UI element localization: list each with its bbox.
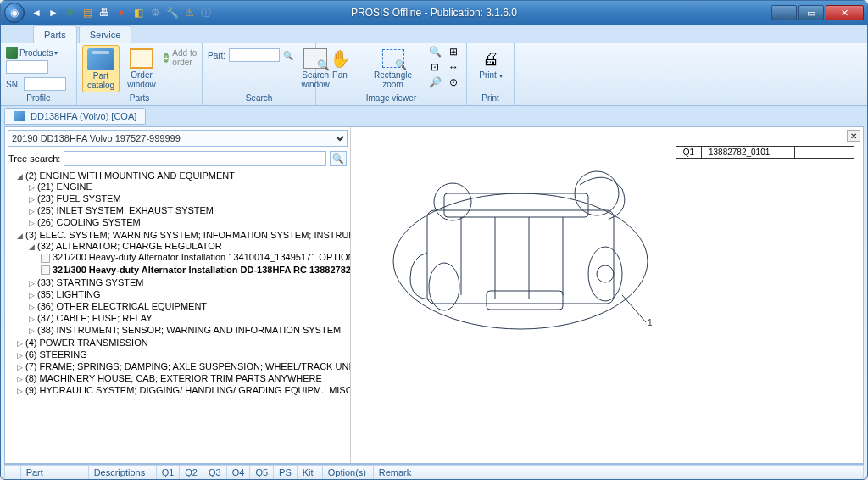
tree-node[interactable]: (37) CABLE; FUSE; RELAY [37, 313, 153, 323]
tab-parts[interactable]: Parts [33, 25, 77, 43]
zoom-fit-button[interactable]: ⊡ [427, 60, 442, 74]
tree-node[interactable]: (32) ALTERNATOR; CHARGE REGULATOR [37, 241, 222, 251]
tree-node[interactable]: (2) ENGINE WITH MOUNTING AND EQUIPMENT [25, 170, 235, 181]
part-search-input[interactable] [229, 48, 280, 62]
tree-toggle[interactable]: ▷ [29, 327, 37, 335]
maximize-button[interactable]: ▭ [798, 5, 824, 20]
tree-toggle[interactable]: ▷ [17, 363, 25, 371]
tree-node[interactable]: (21) ENGINE [37, 181, 92, 192]
tree-toggle[interactable]: ▷ [29, 219, 37, 227]
tree-toggle[interactable]: ◢ [29, 243, 37, 251]
tree-search-input[interactable] [64, 151, 326, 166]
col-q4[interactable]: Q4 [226, 466, 250, 480]
svg-rect-4 [444, 193, 588, 217]
tree-node[interactable]: (7) FRAME; SPRINGS; DAMPING; AXLE SUSPEN… [25, 361, 350, 371]
qat-copy-icon[interactable]: ▤ [81, 6, 94, 20]
qat-forward-icon[interactable]: ► [47, 6, 60, 20]
tree-toggle[interactable]: ▷ [29, 183, 37, 192]
minimize-button[interactable]: — [771, 5, 797, 20]
add-to-order-button[interactable]: + Add to order [164, 48, 197, 67]
qat-save-icon[interactable]: ▾ [114, 6, 128, 20]
col-desc[interactable]: Descriptions [88, 466, 156, 480]
tree-node[interactable]: (3) ELEC. SYSTEM; WARNING SYSTEM; INFORM… [25, 230, 350, 240]
binoculars-icon[interactable]: 🔍 [283, 51, 293, 60]
svg-text:1: 1 [648, 318, 653, 327]
parts-tree[interactable]: ◢(2) ENGINE WITH MOUNTING AND EQUIPMENT … [5, 168, 350, 463]
model-selector[interactable]: 20190 DD138HFA Volvo 197527-999999 [8, 130, 348, 147]
part-catalog-button[interactable]: Part catalog [82, 45, 120, 92]
tree-node[interactable]: (9) HYDRAULIC SYSTEM; DIGGING/ HANDLING/… [25, 385, 350, 395]
parts-grid[interactable]: Part Descriptions Q1 Q2 Q3 Q4 Q5 PS Kit … [4, 465, 864, 480]
tree-node[interactable]: (25) INLET SYSTEM; EXHAUST SYSTEM [37, 205, 214, 215]
part-diagram[interactable]: 1 [368, 142, 673, 346]
col-q3[interactable]: Q3 [203, 466, 227, 480]
products-dropdown[interactable]: Products ▾ [6, 47, 58, 59]
qat-settings-icon[interactable]: ⚙ [148, 6, 162, 20]
qat-back-icon[interactable]: ◄ [30, 6, 43, 20]
profile-input-1[interactable] [6, 60, 48, 74]
tree-toggle[interactable]: ▷ [29, 207, 37, 215]
qat-warning-icon[interactable]: ⚠ [182, 6, 196, 20]
app-menu-button[interactable]: ◉ [4, 3, 25, 23]
tree-toggle[interactable]: ▷ [29, 315, 37, 323]
zoom-out-button[interactable]: 🔎 [427, 75, 442, 89]
tree-node[interactable]: (33) STARTING SYSTEM [37, 277, 144, 287]
viewer-close-button[interactable]: ✕ [847, 130, 860, 142]
close-button[interactable]: ✕ [826, 5, 864, 20]
zoom-reset-button[interactable]: ⊙ [446, 75, 461, 89]
qat-refresh-icon[interactable]: ⟳ [64, 6, 77, 20]
tree-leaf-selected[interactable]: 321/300 Heavy-duty Alternator Installati… [53, 265, 350, 275]
tree-node[interactable]: (6) STEERING [25, 349, 87, 360]
tree-toggle[interactable]: ◢ [17, 232, 25, 240]
document-tab-icon [14, 111, 25, 121]
zoom-width-button[interactable]: ↔ [446, 60, 461, 74]
ribbon: Products ▾ SN: Profile Part catalog Orde… [1, 43, 867, 106]
document-tab[interactable]: DD138HFA (Volvo) [COA] [4, 108, 146, 125]
qat-info-icon[interactable]: ⓘ [199, 6, 213, 20]
tree-toggle[interactable]: ▷ [17, 351, 25, 360]
tree-node[interactable]: (35) LIGHTING [37, 289, 101, 299]
rectangle-zoom-button[interactable]: Rectangle zoom [362, 45, 424, 91]
col-ps[interactable]: PS [274, 466, 298, 480]
tree-node[interactable]: (4) POWER TRANSMISSION [25, 338, 148, 348]
callout-col2: 13882782_0101 [702, 147, 795, 159]
tree-toggle[interactable]: ▷ [29, 291, 37, 299]
tree-node[interactable]: (8) MACHINERY HOUSE; CAB; EXTERIOR TRIM … [25, 373, 322, 383]
quick-access-toolbar: ◄ ► ⟳ ▤ 🖶 ▾ ◧ ⚙ 🔧 ⚠ ⓘ [30, 6, 213, 20]
tree-search-button[interactable]: 🔍 [330, 151, 347, 166]
svg-point-2 [434, 183, 471, 220]
col-kit[interactable]: Kit [297, 466, 322, 480]
col-part[interactable]: Part [20, 466, 88, 480]
tree-toggle[interactable]: ▷ [29, 195, 37, 204]
tree-node[interactable]: (38) INSTRUMENT; SENSOR; WARNING AND INF… [37, 325, 341, 335]
qat-print-icon[interactable]: 🖶 [97, 6, 111, 20]
qat-wrench-icon[interactable]: 🔧 [165, 6, 179, 20]
col-remark[interactable]: Remark [373, 466, 863, 480]
col-opt[interactable]: Option(s) [322, 466, 373, 480]
tree-node[interactable]: (23) FUEL SYSTEM [37, 193, 121, 204]
window-controls: — ▭ ✕ [771, 5, 864, 20]
zoom-actual-button[interactable]: ⊞ [446, 45, 461, 59]
qat-box-icon[interactable]: ◧ [131, 6, 145, 20]
col-q2[interactable]: Q2 [180, 466, 203, 480]
tab-service[interactable]: Service [79, 25, 132, 43]
tree-node[interactable]: (26) COOLING SYSTEM [37, 217, 141, 227]
ribbon-group-image: Pan Rectangle zoom 🔍 ⊡ 🔎 ⊞ ↔ ⊙ Image vie… [316, 43, 467, 105]
col-q1[interactable]: Q1 [156, 466, 180, 480]
col-rownum[interactable] [5, 466, 21, 480]
tree-toggle[interactable]: ▷ [29, 303, 37, 311]
tree-toggle[interactable]: ◢ [17, 172, 25, 181]
sn-input[interactable] [24, 77, 66, 91]
callout-table: Q1 13882782_0101 [676, 146, 854, 159]
tree-node[interactable]: (36) OTHER ELECTRICAL EQUIPMENT [37, 301, 207, 311]
svg-line-14 [622, 295, 646, 322]
tree-toggle[interactable]: ▷ [17, 339, 25, 348]
tree-toggle[interactable]: ▷ [29, 279, 37, 287]
tree-toggle[interactable]: ▷ [17, 375, 25, 383]
col-q5[interactable]: Q5 [250, 466, 274, 480]
tree-leaf[interactable]: 321/200 Heavy-duty Alternator Installati… [53, 252, 350, 262]
zoom-in-button[interactable]: 🔍 [427, 45, 442, 59]
order-window-button[interactable]: Order window [123, 45, 160, 91]
tree-toggle[interactable]: ▷ [17, 387, 25, 395]
print-button[interactable]: Print ▾ [472, 45, 509, 82]
